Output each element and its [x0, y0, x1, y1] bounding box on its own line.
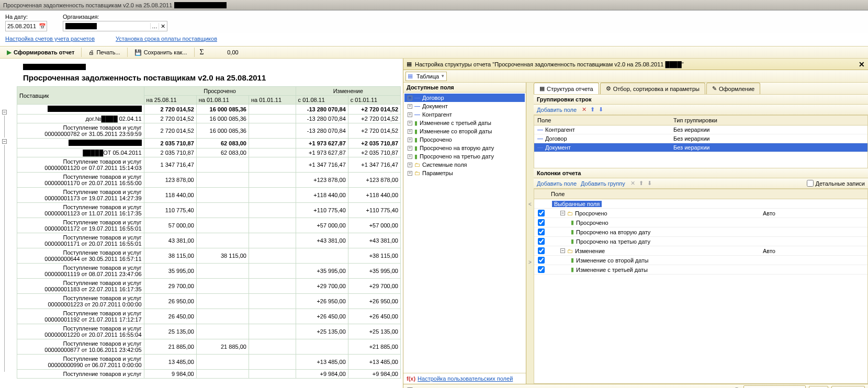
tab[interactable]: ✎Оформление	[706, 83, 760, 94]
table-row[interactable]: Поступление товаров и услуг 00000001120 …	[17, 157, 401, 173]
expand-icon[interactable]: +	[408, 129, 412, 134]
grouping-row[interactable]: —ДоговорБез иерархии	[534, 134, 867, 143]
field-icon: —	[414, 103, 420, 109]
column-row[interactable]: ▮Изменение с третьей даты	[534, 265, 867, 275]
date-input[interactable]: 📅	[5, 21, 47, 31]
expand-icon[interactable]: +	[408, 112, 412, 117]
expand-icon[interactable]: +	[408, 104, 412, 109]
table-row[interactable]: Поступление товаров и услуг 00000000644 …	[17, 248, 401, 264]
report-pane: Просроченная задолженность поставщикам v…	[0, 59, 403, 388]
table-row[interactable]: Поступление товаров и услуг 00000001171 …	[17, 233, 401, 248]
column-row[interactable]: ▮Просрочено на вторую дату	[534, 227, 867, 237]
grouping-row[interactable]: —КонтрагентБез иерархии	[534, 125, 867, 134]
tree-item[interactable]: +▮Просрочено на вторую дату	[404, 144, 525, 152]
table-row[interactable]: дог.№████ 02.04.112 720 014,5216 000 085…	[17, 115, 401, 123]
tab[interactable]: ⚙Отбор, сортировка и параметры	[600, 83, 705, 94]
layout-dropdown[interactable]: ▦ Таблица ▼	[405, 72, 447, 81]
table-row[interactable]: Поступление товаров и услуг 00000000877 …	[17, 339, 401, 355]
column-checkbox[interactable]	[538, 219, 545, 226]
expand-icon[interactable]: +	[408, 154, 412, 159]
close-button[interactable]: ✕	[859, 60, 865, 69]
table-row[interactable]: Поступление товаров и услуг 00000001220 …	[17, 324, 401, 339]
column-row[interactable]: ▮Просрочено	[534, 218, 867, 227]
column-row[interactable]: −🗀ИзменениеАвто	[534, 246, 867, 256]
column-checkbox[interactable]	[538, 266, 545, 273]
add-field-link[interactable]: Добавить поле	[537, 107, 577, 113]
expand-icon[interactable]: +	[408, 146, 412, 151]
table-row[interactable]: Поступление товаров и услуг9 984,00+9 98…	[17, 370, 401, 379]
table-row[interactable]: Поступление товаров и услуг 00000001173 …	[17, 188, 401, 203]
move-right-icon[interactable]: >	[528, 259, 532, 265]
column-checkbox[interactable]	[538, 257, 545, 264]
table-row[interactable]: Поступление товаров и услуг 00000000990 …	[17, 355, 401, 370]
org-input[interactable]: … ✕	[63, 21, 167, 31]
collapse-icon[interactable]: −	[2, 139, 7, 144]
column-checkbox[interactable]	[538, 229, 545, 235]
org-clear-button[interactable]: ✕	[159, 23, 167, 30]
grouping-row[interactable]: —ДокументБез иерархии	[534, 143, 867, 152]
expand-icon[interactable]: +	[408, 96, 412, 100]
column-checkbox[interactable]	[538, 247, 545, 254]
table-row[interactable]: Поступление товаров и услуг 00000001183 …	[17, 279, 401, 294]
table-row[interactable]: 2 035 710,8762 083,00+1 973 627,87+2 035…	[17, 139, 401, 149]
table-row[interactable]: 2 720 014,5216 000 085,36-13 280 070,84+…	[17, 105, 401, 115]
expand-icon[interactable]: +	[408, 163, 412, 167]
printer-icon: 🖨	[88, 49, 94, 55]
table-row[interactable]: Поступление товаров и услуг 00000001223 …	[17, 294, 401, 309]
tree-item[interactable]: +▮Просрочено на третью дату	[404, 152, 525, 161]
tree-item[interactable]: +—Документ	[404, 102, 525, 110]
table-row[interactable]: █████ОТ 05.04.20112 035 710,8762 083,00+…	[17, 149, 401, 157]
expand-icon[interactable]: +	[408, 171, 412, 176]
column-checkbox[interactable]	[538, 210, 545, 216]
delete-icon[interactable]: ✕	[582, 106, 587, 112]
save-icon: 💾	[134, 49, 142, 56]
collapse-icon[interactable]: −	[560, 248, 565, 253]
ok-button[interactable]: ОК	[809, 386, 828, 389]
tree-item[interactable]: +🗀Системные поля	[404, 161, 525, 169]
calendar-icon[interactable]: 📅	[38, 23, 47, 30]
table-row[interactable]: Поступление товаров и услуг 00000001192 …	[17, 309, 401, 324]
link-terms[interactable]: Установка срока оплаты поставщиков	[116, 36, 217, 42]
collapse-icon[interactable]: −	[2, 110, 7, 115]
resource-icon: ▮	[414, 153, 418, 160]
org-select-button[interactable]: …	[150, 23, 159, 29]
print-button[interactable]: 🖨Печать...	[85, 48, 123, 57]
tab[interactable]: ▦Структура отчета	[534, 83, 599, 94]
expand-icon[interactable]: +	[408, 121, 412, 125]
add-group-link[interactable]: Добавить группу	[581, 180, 625, 187]
tree-item[interactable]: +🗀Параметры	[404, 169, 525, 177]
field-icon: —	[537, 127, 543, 133]
delete-icon[interactable]: ✕	[630, 180, 635, 186]
tree-item[interactable]: +—Контрагент	[404, 110, 525, 119]
date-field[interactable]	[6, 23, 38, 29]
add-field-link2[interactable]: Добавить поле	[537, 180, 577, 187]
expand-icon[interactable]: +	[408, 138, 412, 142]
tree-item[interactable]: +▮Изменение со второй даты	[404, 127, 525, 135]
table-row[interactable]: Поступление товаров и услуг 00000001172 …	[17, 218, 401, 233]
column-row[interactable]: ▮Изменение со второй даты	[534, 256, 867, 265]
table-row[interactable]: Поступление товаров и услуг 00000001119 …	[17, 264, 401, 279]
move-down-icon[interactable]: ⬇	[647, 180, 652, 186]
table-row[interactable]: Поступление товаров и услуг 00000001123 …	[17, 203, 401, 218]
column-row[interactable]: −🗀ПросроченоАвто	[534, 209, 867, 218]
collapse-icon[interactable]: −	[560, 211, 565, 215]
generate-button[interactable]: ▶Сформировать отчет	[3, 47, 78, 58]
tree-item[interactable]: +—Договор	[404, 94, 525, 102]
link-accounts[interactable]: Настройка счетов учета расчетов	[5, 36, 95, 42]
move-up-icon[interactable]: ⬆	[590, 106, 595, 112]
move-up-icon[interactable]: ⬆	[639, 180, 644, 186]
detail-records-checkbox[interactable]: Детальные записи	[807, 180, 865, 187]
generate-button-des[interactable]: ▶Сформировать	[743, 385, 806, 389]
close-button-des[interactable]: Закрыть	[831, 386, 865, 389]
column-checkbox[interactable]	[538, 238, 545, 245]
tree-item[interactable]: +▮Просрочено	[404, 135, 525, 144]
table-row[interactable]: Поступление товаров и услуг 00000000782 …	[17, 123, 401, 139]
move-down-icon[interactable]: ⬇	[599, 106, 603, 112]
column-row[interactable]: ▮Просрочено на третью дату	[534, 237, 867, 246]
move-left-icon[interactable]: <	[528, 201, 532, 207]
saveas-button[interactable]: 💾Сохранить как...	[131, 48, 191, 58]
custom-fields-link[interactable]: Настройка пользовательских полей	[418, 375, 513, 382]
table-row[interactable]: Поступление товаров и услуг 00000001170 …	[17, 173, 401, 188]
column-row[interactable]: Выбранные поля	[534, 199, 867, 209]
tree-item[interactable]: +▮Изменение с третьей даты	[404, 119, 525, 127]
